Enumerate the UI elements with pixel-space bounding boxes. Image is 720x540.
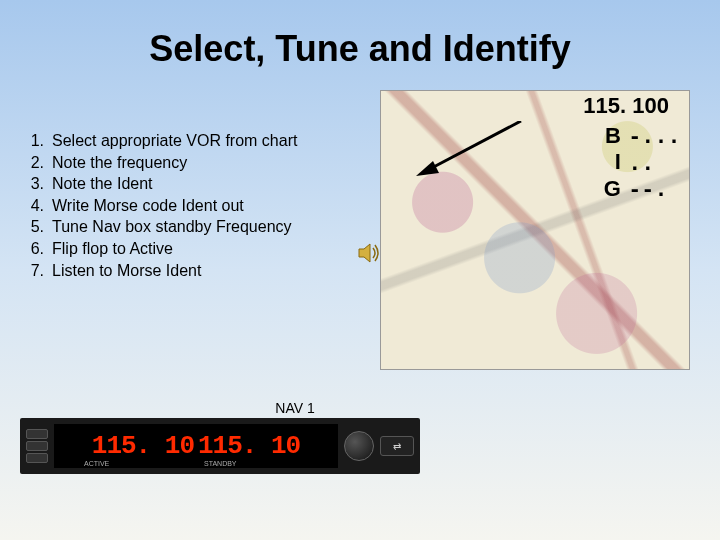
content-row: 1.Select appropriate VOR from chart 2.No… <box>0 90 720 370</box>
morse-row: G --. <box>603 176 681 202</box>
svg-marker-2 <box>359 244 370 262</box>
steps-column: 1.Select appropriate VOR from chart 2.No… <box>20 90 380 370</box>
list-item: 5.Tune Nav box standby Frequency <box>28 216 380 238</box>
morse-row: I .. <box>603 149 681 175</box>
nav-radio: NAV 1 115. 10 115. 10 ACTIVE STANDBY ⇄ <box>20 400 420 474</box>
list-item: 3.Note the Ident <box>28 173 380 195</box>
chart-frequency: 115. 100 <box>583 93 669 119</box>
slide-title: Select, Tune and Identify <box>0 0 720 90</box>
nav-radio-panel: 115. 10 115. 10 ACTIVE STANDBY ⇄ <box>20 418 420 474</box>
frequency-display: 115. 10 115. 10 ACTIVE STANDBY <box>54 424 338 468</box>
tuning-knob[interactable] <box>344 431 374 461</box>
list-item: 1.Select appropriate VOR from chart <box>28 130 380 152</box>
standby-frequency: 115. 10 <box>198 431 300 461</box>
aeronautical-chart: 115. 100 B -... I .. G --. <box>380 90 690 370</box>
chart-column: 115. 100 B -... I .. G --. <box>380 90 700 370</box>
nav-small-button[interactable] <box>26 429 48 439</box>
morse-row: B -... <box>603 123 681 149</box>
list-item: 7.Listen to Morse Ident <box>28 260 380 282</box>
active-frequency: 115. 10 <box>92 431 194 461</box>
morse-ident: B -... I .. G --. <box>603 123 681 202</box>
pointer-arrow-icon <box>411 121 531 181</box>
steps-list: 1.Select appropriate VOR from chart 2.No… <box>28 130 380 281</box>
standby-label: STANDBY <box>204 460 237 467</box>
list-item: 2.Note the frequency <box>28 152 380 174</box>
nav-left-buttons <box>26 429 48 463</box>
svg-line-0 <box>426 121 521 171</box>
nav-radio-label: NAV 1 <box>20 400 420 416</box>
speaker-icon[interactable] <box>356 240 382 266</box>
nav-small-button[interactable] <box>26 453 48 463</box>
list-item: 4.Write Morse code Ident out <box>28 195 380 217</box>
svg-marker-1 <box>416 161 439 176</box>
nav-small-button[interactable] <box>26 441 48 451</box>
flip-flop-button[interactable]: ⇄ <box>380 436 414 456</box>
active-label: ACTIVE <box>84 460 109 467</box>
list-item: 6.Flip flop to Active <box>28 238 380 260</box>
